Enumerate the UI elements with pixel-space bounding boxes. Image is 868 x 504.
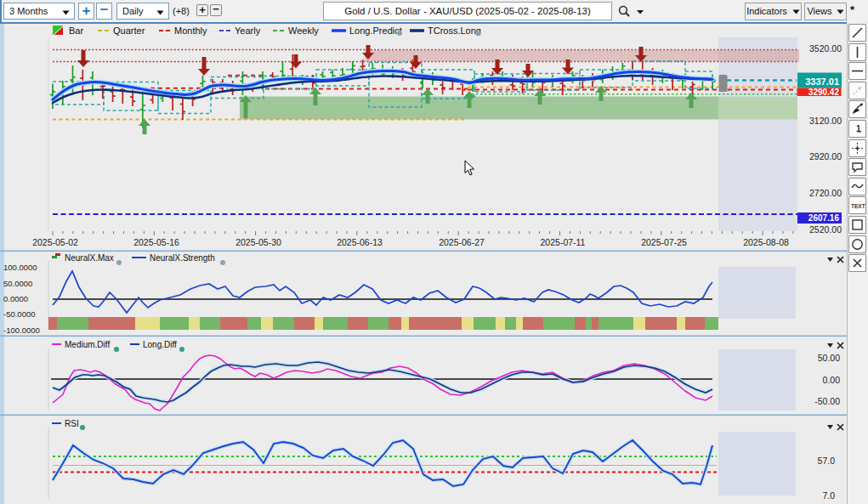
svg-text:2025-08-08: 2025-08-08 [743, 237, 789, 247]
svg-text:2025-06-13: 2025-06-13 [337, 237, 383, 247]
svg-text:3120.00: 3120.00 [809, 116, 842, 126]
svg-text:50.0000: 50.0000 [3, 279, 32, 288]
svg-text:2025-05-30: 2025-05-30 [235, 237, 281, 247]
svg-text:TEXT: TEXT [851, 203, 865, 209]
svg-text:Weekly: Weekly [288, 25, 319, 36]
svg-text:2607.16: 2607.16 [808, 213, 840, 223]
svg-text:100.0000: 100.0000 [3, 263, 37, 272]
svg-text:NeuralX.Strength: NeuralX.Strength [150, 253, 215, 263]
svg-text:Bar: Bar [69, 25, 83, 36]
svg-text:0.0000: 0.0000 [3, 294, 28, 303]
svg-text:2025-05-02: 2025-05-02 [32, 237, 78, 247]
svg-text:RSI: RSI [65, 419, 79, 428]
svg-text:3520.00: 3520.00 [809, 43, 842, 54]
svg-text:2025-05-16: 2025-05-16 [133, 237, 179, 247]
svg-text:Yearly: Yearly [235, 25, 261, 36]
svg-text:2025-06-27: 2025-06-27 [439, 237, 485, 247]
svg-text:57.0: 57.0 [818, 456, 836, 466]
svg-text:0.00: 0.00 [823, 375, 841, 385]
svg-text:Long.Diff: Long.Diff [143, 340, 177, 349]
svg-text:Medium.Diff: Medium.Diff [65, 340, 110, 349]
svg-text:2720.00: 2720.00 [809, 188, 842, 198]
svg-text:NeuralX.Max: NeuralX.Max [65, 253, 114, 263]
svg-text:2520.00: 2520.00 [809, 224, 842, 235]
svg-text:-50.0000: -50.0000 [3, 309, 36, 319]
svg-text:-100.0000: -100.0000 [3, 326, 40, 335]
svg-text:TCross.Long: TCross.Long [428, 25, 481, 36]
svg-text:Long.Predict: Long.Predict [349, 25, 402, 36]
svg-text:Monthly: Monthly [174, 25, 207, 36]
svg-text:2025-07-25: 2025-07-25 [641, 237, 687, 247]
svg-text:7.0: 7.0 [822, 490, 835, 501]
svg-text:-50.00: -50.00 [814, 396, 840, 406]
svg-text:2920.00: 2920.00 [809, 151, 842, 161]
svg-text:2025-07-11: 2025-07-11 [541, 237, 586, 247]
svg-text:3290.42: 3290.42 [808, 88, 840, 97]
svg-text:3337.01: 3337.01 [805, 76, 839, 87]
svg-text:50.00: 50.00 [818, 353, 840, 363]
svg-text:Quarter: Quarter [113, 25, 145, 36]
